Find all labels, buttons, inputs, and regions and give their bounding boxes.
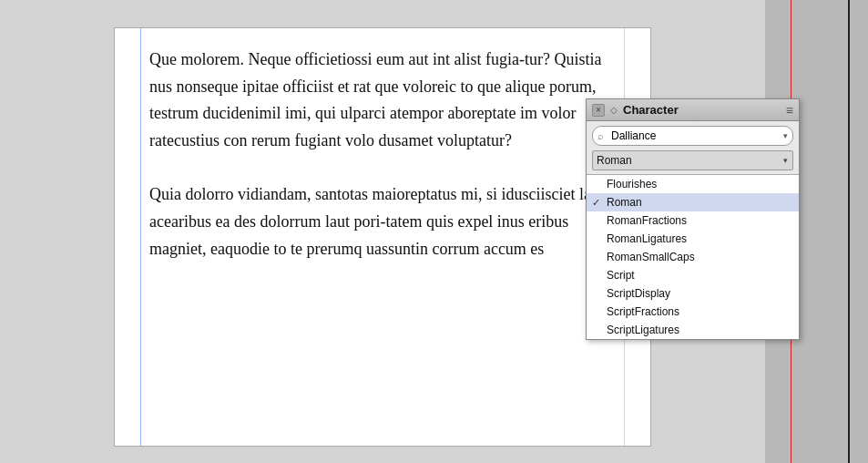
list-item[interactable]: Flourishes (587, 175, 799, 193)
paragraph-1: Que molorem. Neque officietiossi eum aut… (149, 46, 623, 155)
font-variant-dropdown[interactable]: FlourishesRomanRomanFractionsRomanLigatu… (592, 150, 793, 170)
list-item[interactable]: RomanLigatures (587, 230, 799, 248)
panel-title: Character (623, 103, 679, 117)
paragraph-2: Quia dolorro vidiandam, santotas maiorep… (149, 181, 623, 262)
list-item[interactable]: ✓Roman (587, 193, 799, 211)
panel-dropdown-row: FlourishesRomanRomanFractionsRomanLigatu… (587, 149, 799, 174)
panel-diamond-icon: ◇ (610, 105, 618, 115)
search-wrapper: ⌕ ▾ (592, 126, 793, 146)
list-item[interactable]: RomanFractions (587, 211, 799, 230)
options-list: Flourishes✓RomanRomanFractionsRomanLigat… (587, 174, 799, 339)
panel-search-row: ⌕ ▾ (587, 121, 799, 149)
search-input[interactable] (592, 126, 793, 146)
panel-titlebar: × ◇ Character ≡ (587, 99, 799, 121)
list-item[interactable]: ScriptFractions (587, 303, 799, 321)
dropdown-wrapper: FlourishesRomanRomanFractionsRomanLigatu… (592, 150, 793, 170)
panel-menu-button[interactable]: ≡ (786, 104, 793, 117)
document-page: Que molorem. Neque officietiossi eum aut… (114, 27, 651, 447)
list-item[interactable]: ScriptLigatures (587, 321, 799, 339)
list-item[interactable]: ScriptDisplay (587, 284, 799, 303)
panel-title-left: × ◇ Character (592, 103, 679, 117)
list-item[interactable]: Script (587, 266, 799, 284)
panel-close-button[interactable]: × (592, 104, 605, 117)
list-item[interactable]: RomanSmallCaps (587, 248, 799, 266)
character-panel: × ◇ Character ≡ ⌕ ▾ FlourishesRomanRoman… (586, 98, 800, 340)
right-strip-black-line (848, 0, 850, 463)
document-text: Que molorem. Neque officietiossi eum aut… (142, 46, 623, 263)
